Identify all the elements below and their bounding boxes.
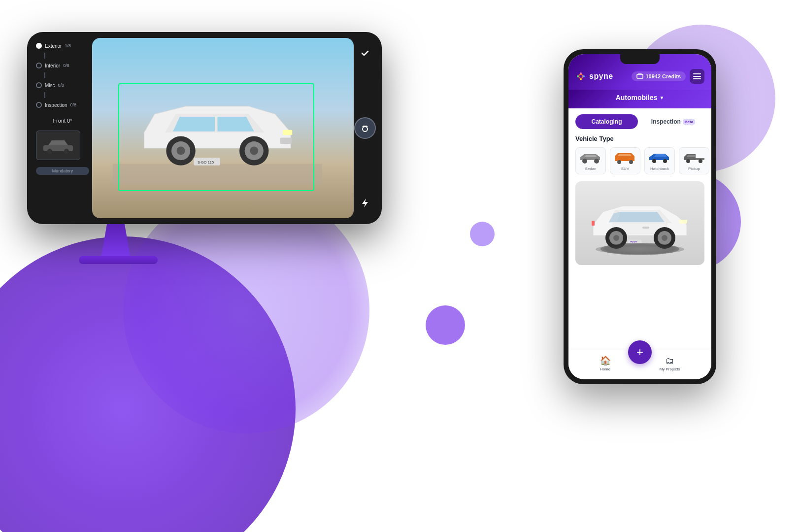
sidebar-label: Interior bbox=[45, 63, 60, 68]
pickup-icon bbox=[681, 151, 707, 165]
svg-point-27 bbox=[663, 159, 667, 163]
tab-cataloging[interactable]: Cataloging bbox=[575, 114, 638, 129]
phone-notch bbox=[620, 54, 660, 64]
header-right: 10942 Credits bbox=[632, 69, 704, 84]
credits-text: 10942 Credits bbox=[645, 73, 681, 79]
suv-label: SUV bbox=[621, 166, 629, 171]
svg-rect-32 bbox=[642, 227, 649, 229]
sidebar-dot bbox=[36, 63, 42, 68]
bottom-nav-home[interactable]: 🏠 Home bbox=[600, 355, 611, 371]
svg-point-1 bbox=[47, 149, 52, 154]
app-nav: Automobiles ▼ bbox=[568, 90, 711, 108]
turntable bbox=[600, 243, 679, 255]
projects-label: My Projects bbox=[660, 367, 680, 371]
phone-stand bbox=[101, 224, 131, 259]
bg-decoration-2 bbox=[123, 187, 369, 433]
home-icon: 🏠 bbox=[600, 355, 611, 366]
sidebar-connector bbox=[44, 53, 45, 59]
pickup-label: Pickup bbox=[688, 166, 700, 171]
sidebar-item-inspection[interactable]: Inspection 0/8 bbox=[36, 101, 89, 109]
sidebar-progress: 0/8 bbox=[70, 102, 77, 107]
svg-point-15 bbox=[579, 74, 583, 78]
sidebar-connector bbox=[44, 72, 45, 78]
capture-button[interactable] bbox=[354, 117, 376, 139]
vehicle-card-suv[interactable]: SUV bbox=[610, 147, 640, 174]
svg-point-24 bbox=[617, 160, 621, 164]
menu-line bbox=[693, 78, 701, 79]
sidebar-progress: 0/8 bbox=[63, 63, 69, 68]
svg-point-16 bbox=[577, 75, 579, 77]
svg-point-22 bbox=[582, 159, 587, 164]
svg-point-26 bbox=[652, 159, 656, 163]
sidebar-dot bbox=[36, 82, 42, 88]
sidebar-dot bbox=[36, 102, 42, 108]
tab-inspection[interactable]: Inspection Beta bbox=[642, 114, 704, 129]
vehicle-type-grid: Sedan SUV bbox=[575, 147, 704, 174]
camera-sidebar: Exterior 1/8 Interior 0/8 Misc 0/8 Inspe… bbox=[33, 38, 92, 218]
svg-rect-40 bbox=[592, 221, 595, 226]
car-thumbnail bbox=[36, 131, 80, 160]
menu-line bbox=[693, 73, 701, 74]
home-label: Home bbox=[600, 367, 610, 371]
app-content: Vehicle Type Sedan bbox=[568, 135, 711, 350]
bg-decoration-6 bbox=[470, 222, 495, 246]
sidebar-label: Misc bbox=[45, 83, 55, 88]
svg-point-35 bbox=[613, 235, 619, 241]
svg-point-38 bbox=[662, 235, 667, 241]
menu-line bbox=[693, 76, 701, 77]
sidebar-label: Inspection bbox=[45, 102, 67, 108]
svg-rect-20 bbox=[637, 74, 643, 78]
check-button[interactable] bbox=[357, 45, 373, 61]
menu-button[interactable] bbox=[690, 69, 704, 84]
vehicle-type-title: Vehicle Type bbox=[575, 135, 704, 142]
hatchback-icon bbox=[647, 151, 672, 165]
nav-dropdown[interactable]: Automobiles ▼ bbox=[616, 94, 665, 101]
sidebar-item-exterior[interactable]: Exterior 1/8 bbox=[36, 42, 89, 50]
vehicle-card-sedan[interactable]: Sedan bbox=[575, 147, 606, 174]
mandatory-badge: Mandatory bbox=[36, 167, 89, 175]
landscape-phone: Exterior 1/8 Interior 0/8 Misc 0/8 Inspe… bbox=[27, 32, 382, 224]
vehicle-card-pickup[interactable]: Pickup bbox=[679, 147, 709, 174]
svg-rect-39 bbox=[679, 220, 687, 224]
suv-icon bbox=[612, 151, 638, 165]
angle-label: Front 0° bbox=[36, 118, 89, 124]
app-bottom-nav: 🏠 Home + 🗂 My Projects bbox=[568, 350, 711, 379]
sidebar-progress: 0/8 bbox=[58, 83, 65, 88]
chevron-down-icon: ▼ bbox=[659, 95, 664, 100]
svg-point-18 bbox=[580, 72, 582, 74]
camera-viewfinder: S·GO 115 bbox=[92, 38, 354, 218]
sidebar-dot bbox=[36, 43, 42, 49]
hatchback-label: Hatchback bbox=[650, 166, 669, 171]
sidebar-progress: 1/8 bbox=[65, 43, 71, 48]
svg-point-2 bbox=[64, 149, 69, 154]
tab-inspection-label: Inspection bbox=[651, 118, 681, 125]
car-preview-section: ≋spyne bbox=[575, 181, 704, 265]
bottom-nav-projects[interactable]: 🗂 My Projects bbox=[660, 356, 680, 371]
beta-badge: Beta bbox=[683, 119, 695, 125]
detection-bounding-box bbox=[118, 83, 314, 192]
sidebar-label: Exterior bbox=[45, 43, 62, 49]
app-screen: spyne 10942 Credits A bbox=[568, 54, 711, 379]
svg-point-29 bbox=[699, 159, 702, 163]
svg-point-14 bbox=[363, 127, 367, 132]
vehicle-card-hatchback[interactable]: Hatchback bbox=[644, 147, 675, 174]
sidebar-item-misc[interactable]: Misc 0/8 bbox=[36, 81, 89, 89]
app-tabs: Cataloging Inspection Beta bbox=[568, 108, 711, 135]
sedan-icon bbox=[578, 151, 603, 165]
svg-point-25 bbox=[629, 160, 633, 164]
nav-dropdown-label: Automobiles bbox=[616, 94, 658, 101]
flash-button[interactable] bbox=[357, 195, 373, 211]
camera-controls bbox=[354, 38, 376, 218]
svg-point-19 bbox=[580, 78, 582, 80]
svg-point-17 bbox=[583, 75, 585, 77]
portrait-phone: spyne 10942 Credits A bbox=[564, 49, 716, 384]
sidebar-item-interior[interactable]: Interior 0/8 bbox=[36, 62, 89, 69]
svg-point-23 bbox=[594, 159, 599, 164]
phone-base bbox=[79, 256, 158, 264]
fab-button[interactable]: + bbox=[628, 340, 652, 364]
sidebar-connector bbox=[44, 92, 45, 98]
spyne-logo: spyne bbox=[575, 71, 613, 82]
logo-icon bbox=[575, 71, 586, 82]
projects-icon: 🗂 bbox=[666, 356, 674, 366]
svg-rect-21 bbox=[638, 73, 642, 74]
